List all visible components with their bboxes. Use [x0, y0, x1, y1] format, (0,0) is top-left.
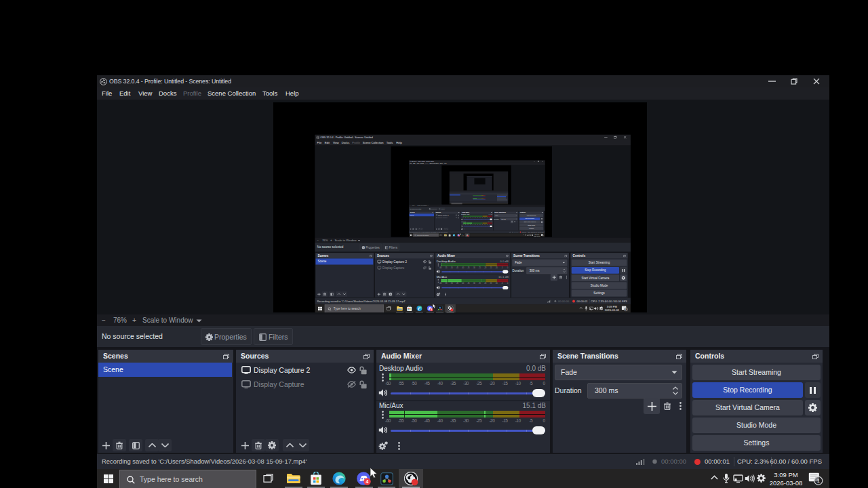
svg-text:1: 1: [817, 478, 821, 484]
svg-text:4: 4: [431, 308, 432, 311]
svg-text:1: 1: [625, 308, 626, 311]
svg-text:4: 4: [366, 479, 369, 484]
svg-text:1: 1: [542, 235, 542, 236]
